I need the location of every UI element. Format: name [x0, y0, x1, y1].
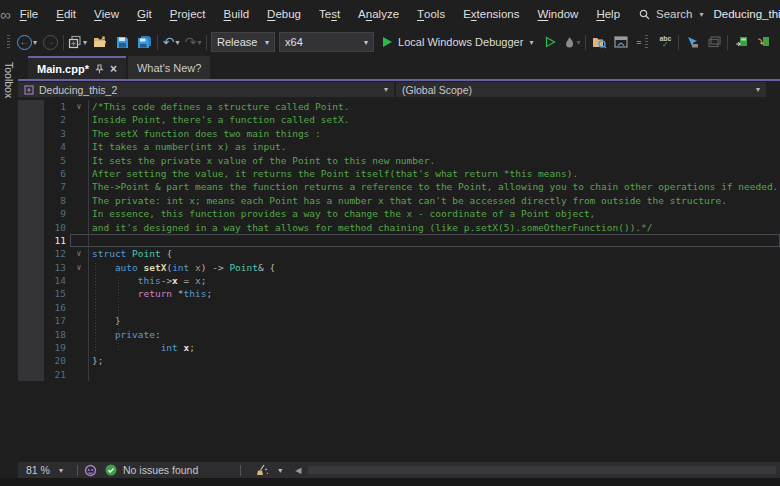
- breakpoint-margin[interactable]: [18, 194, 44, 207]
- project-dropdown[interactable]: Deducing_this_2 ▾: [18, 82, 394, 97]
- open-file-button[interactable]: [91, 31, 109, 53]
- breakpoint-margin[interactable]: [18, 368, 44, 381]
- breakpoint-margin[interactable]: [18, 314, 44, 327]
- breakpoint-margin[interactable]: [18, 247, 44, 260]
- menu-file[interactable]: File: [11, 0, 48, 28]
- breakpoint-margin[interactable]: [18, 274, 44, 287]
- code-line[interactable]: 8The private: int x; means each Point ha…: [18, 194, 780, 207]
- breakpoint-margin[interactable]: [18, 287, 44, 300]
- undo-button[interactable]: ↶▾: [162, 31, 180, 53]
- code-editor[interactable]: 1∨/*This code defines a structure called…: [18, 98, 780, 462]
- breakpoint-margin[interactable]: [18, 234, 44, 247]
- tab-whats-new[interactable]: What's New?: [128, 56, 210, 79]
- code-line[interactable]: 4It takes a number(int x) as input.: [18, 140, 780, 153]
- code-line[interactable]: 17 }: [18, 314, 780, 327]
- code-text[interactable]: [88, 368, 780, 381]
- code-text[interactable]: return *this;: [88, 287, 780, 300]
- step-into-button[interactable]: [754, 31, 772, 53]
- menu-window[interactable]: Window: [528, 0, 587, 28]
- menu-view[interactable]: View: [85, 0, 128, 28]
- navigate-back-button[interactable]: ←▾: [17, 31, 37, 53]
- start-debugging-button[interactable]: Local Windows Debugger ▾: [378, 36, 537, 48]
- code-text[interactable]: The->Point & part means the function ret…: [88, 180, 780, 193]
- breakpoint-margin[interactable]: [18, 140, 44, 153]
- start-without-debugging-button[interactable]: [541, 31, 559, 53]
- scrollbar-left-arrow[interactable]: ◀: [290, 466, 306, 475]
- code-text[interactable]: Inside Point, there's a function called …: [88, 113, 780, 126]
- breakpoint-margin[interactable]: [18, 221, 44, 234]
- menu-analyze[interactable]: Analyze: [349, 0, 408, 28]
- code-text[interactable]: /*This code defines a structure called P…: [88, 100, 780, 113]
- fold-chevron-icon[interactable]: ∨: [70, 247, 88, 260]
- code-text[interactable]: It sets the private x value of the Point…: [88, 154, 780, 167]
- menu-tools[interactable]: Tools: [408, 0, 454, 28]
- fold-chevron-icon[interactable]: ∨: [70, 261, 88, 274]
- menu-extensions[interactable]: Extensions: [454, 0, 528, 28]
- breakpoint-margin[interactable]: [18, 127, 44, 140]
- code-line[interactable]: 15 return *this;: [18, 287, 780, 300]
- menu-edit[interactable]: Edit: [47, 0, 85, 28]
- code-line[interactable]: 2Inside Point, there's a function called…: [18, 113, 780, 126]
- breakpoint-margin[interactable]: [18, 354, 44, 367]
- code-text[interactable]: }: [88, 314, 780, 327]
- code-line[interactable]: 16: [18, 301, 780, 314]
- code-line[interactable]: 12∨struct Point {: [18, 247, 780, 260]
- code-line[interactable]: 3The setX function does two main things …: [18, 127, 780, 140]
- tab-main-cpp[interactable]: Main.cpp* ×: [28, 56, 126, 79]
- breakpoint-margin[interactable]: [18, 328, 44, 341]
- menu-project[interactable]: Project: [161, 0, 215, 28]
- breakpoint-margin[interactable]: [18, 180, 44, 193]
- pin-icon[interactable]: [95, 64, 104, 74]
- find-in-files-button[interactable]: [590, 31, 608, 53]
- code-line[interactable]: 21: [18, 368, 780, 381]
- code-text[interactable]: The private: int x; means each Point has…: [88, 194, 780, 207]
- breakpoint-margin[interactable]: [18, 167, 44, 180]
- code-text[interactable]: After setting the value, it returns the …: [88, 167, 780, 180]
- scrollbar-thumb[interactable]: [308, 466, 776, 474]
- code-text[interactable]: struct Point {: [88, 247, 780, 260]
- code-text[interactable]: auto setX(int x) -> Point& {: [88, 261, 780, 274]
- breakpoint-margin[interactable]: [18, 113, 44, 126]
- code-line[interactable]: 10and it's designed in a way that allows…: [18, 221, 780, 234]
- scope-dropdown[interactable]: (Global Scope) ▾: [396, 82, 766, 97]
- code-text[interactable]: };: [88, 354, 780, 367]
- breakpoint-margin[interactable]: [18, 207, 44, 220]
- navigate-forward-button[interactable]: →: [41, 31, 59, 53]
- select-element-button[interactable]: [683, 31, 701, 53]
- menu-build[interactable]: Build: [215, 0, 259, 28]
- fold-chevron-icon[interactable]: ∨: [70, 100, 88, 113]
- code-line[interactable]: 5It sets the private x value of the Poin…: [18, 154, 780, 167]
- code-text[interactable]: The setX function does two main things :: [88, 127, 780, 140]
- code-line[interactable]: 9In essence, this function provides a wa…: [18, 207, 780, 220]
- code-text[interactable]: private:: [88, 328, 780, 341]
- new-project-button[interactable]: ▾: [68, 31, 87, 53]
- code-text[interactable]: In essence, this function provides a way…: [88, 207, 780, 220]
- hot-reload-button[interactable]: ▾: [563, 31, 581, 53]
- save-all-button[interactable]: [135, 31, 153, 53]
- code-line[interactable]: 13∨ auto setX(int x) -> Point& {: [18, 261, 780, 274]
- spell-check-button[interactable]: abc✓: [656, 31, 674, 53]
- code-line[interactable]: 20};: [18, 354, 780, 367]
- solution-platform-dropdown[interactable]: x64 ▾: [279, 32, 374, 52]
- breakpoint-margin[interactable]: [18, 100, 44, 113]
- breakpoint-margin[interactable]: [18, 301, 44, 314]
- search-box[interactable]: Search ▾: [629, 8, 713, 20]
- breakpoint-margin[interactable]: [18, 341, 44, 354]
- menu-debug[interactable]: Debug: [258, 0, 310, 28]
- solution-configuration-dropdown[interactable]: Release ▾: [211, 32, 275, 52]
- code-line[interactable]: 6After setting the value, it returns the…: [18, 167, 780, 180]
- code-line[interactable]: 11: [18, 234, 780, 247]
- code-text[interactable]: and it's designed in a way that allows f…: [88, 221, 780, 234]
- code-cleanup-button[interactable]: ▾: [247, 464, 290, 477]
- code-line[interactable]: 14 this->x = x;: [18, 274, 780, 287]
- toolbar-options-handle[interactable]: =: [634, 31, 652, 53]
- close-icon[interactable]: ×: [110, 62, 117, 76]
- code-text[interactable]: this->x = x;: [88, 274, 780, 287]
- toolbar-drag-handle[interactable]: [7, 35, 10, 50]
- code-text[interactable]: [88, 301, 780, 314]
- zoom-dropdown[interactable]: 81 % ▾: [18, 464, 71, 476]
- code-line[interactable]: 1∨/*This code defines a structure called…: [18, 100, 780, 113]
- toolbox-tab[interactable]: Toolbox: [3, 56, 15, 98]
- copilot-icon[interactable]: [84, 464, 97, 477]
- code-text[interactable]: [88, 234, 780, 247]
